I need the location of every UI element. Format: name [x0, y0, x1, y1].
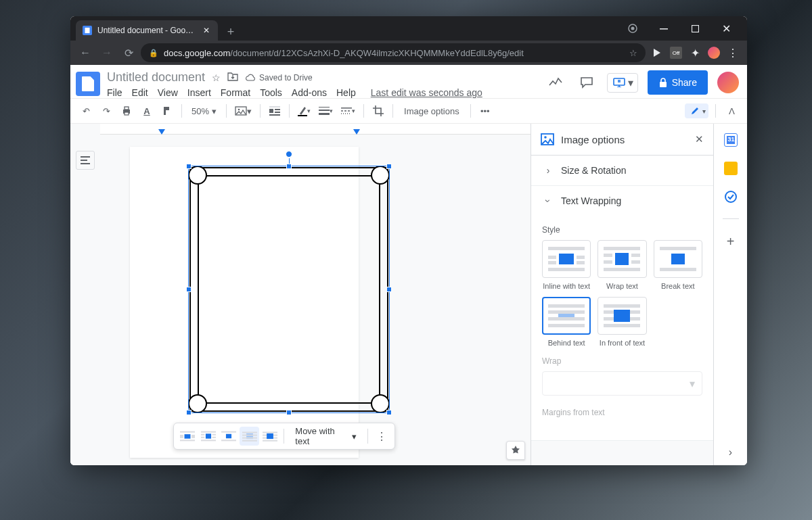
image-options-button[interactable]: Image options [399, 102, 465, 120]
resize-handle[interactable] [286, 164, 292, 169]
document-title[interactable]: Untitled document [107, 70, 205, 85]
menu-help[interactable]: Help [336, 87, 356, 98]
extension-icons: Off ✦ ⋮ [648, 47, 742, 59]
style-break-text[interactable]: Break text [654, 240, 702, 290]
star-icon[interactable]: ☆ [212, 72, 221, 83]
style-in-front-of-text[interactable]: In front of text [597, 297, 646, 347]
svg-rect-36 [212, 434, 215, 435]
resize-handle[interactable] [186, 287, 191, 292]
resize-handle[interactable] [386, 410, 392, 415]
google-docs-app: Untitled document ☆ Saved to Drive File … [70, 65, 747, 465]
get-addons-button[interactable]: + [727, 234, 735, 250]
tasks-addon-icon[interactable] [724, 190, 738, 204]
horizontal-ruler[interactable] [100, 124, 531, 135]
paint-format-button[interactable] [158, 102, 176, 120]
extensions-puzzle-icon[interactable]: ✦ [689, 47, 701, 59]
border-weight-button[interactable]: ▾ [316, 102, 336, 120]
more-toolbar-button[interactable]: ••• [476, 102, 494, 120]
svg-rect-50 [267, 433, 273, 439]
zoom-dropdown[interactable]: 50%▾ [187, 106, 221, 116]
crop-button[interactable] [369, 102, 387, 120]
browser-tab[interactable]: Untitled document - Google Docs ✕ [76, 20, 218, 41]
section-header[interactable]: › Text Wrapping [531, 186, 713, 216]
collapse-rail-button[interactable]: › [729, 446, 732, 458]
resize-handle[interactable] [186, 410, 191, 415]
wrap-options-button[interactable] [266, 102, 284, 120]
resize-handle[interactable] [186, 164, 191, 169]
selected-image[interactable] [189, 167, 388, 412]
document-canvas[interactable]: Move with text ▾ ⋮ [100, 124, 531, 465]
svg-rect-72 [548, 310, 585, 314]
nav-reload-button[interactable]: ⟳ [119, 43, 138, 62]
minimize-button[interactable] [648, 16, 679, 41]
close-sidebar-button[interactable]: ✕ [695, 133, 704, 145]
svg-rect-70 [548, 304, 585, 308]
wrap-inline-option[interactable] [178, 427, 197, 446]
resize-handle[interactable] [386, 287, 392, 292]
menu-format[interactable]: Format [221, 87, 250, 98]
tab-close-icon[interactable]: ✕ [202, 26, 211, 35]
extension-icon[interactable]: Off [670, 47, 682, 59]
size-rotation-section[interactable]: › Size & Rotation [531, 156, 713, 186]
svg-rect-22 [341, 108, 352, 109]
keep-addon-icon[interactable] [724, 162, 738, 175]
style-inline-with-text[interactable]: Inline with text [542, 240, 591, 290]
in-front-of-text-option[interactable] [261, 427, 279, 446]
omnibox[interactable]: 🔒 docs.google.com/document/d/12XCsAzhXi-… [141, 43, 646, 62]
undo-button[interactable]: ↶ [77, 102, 95, 120]
svg-rect-19 [319, 107, 330, 108]
present-button[interactable]: ▾ [607, 73, 638, 93]
collapse-toolbar-button[interactable]: ᐱ [723, 102, 740, 120]
style-behind-text[interactable]: Behind text [542, 297, 591, 347]
close-window-button[interactable]: ✕ [710, 16, 742, 41]
redo-button[interactable]: ↷ [97, 102, 115, 120]
svg-rect-44 [242, 438, 257, 439]
spellcheck-button[interactable]: A [138, 102, 156, 120]
menu-file[interactable]: File [107, 87, 122, 98]
border-dash-button[interactable]: ▾ [338, 102, 358, 120]
style-wrap-text[interactable]: Wrap text [597, 240, 646, 290]
move-with-text-dropdown[interactable]: Move with text ▾ [288, 426, 363, 446]
behind-text-option[interactable] [240, 427, 258, 446]
nav-back-button[interactable]: ← [76, 43, 95, 62]
resize-handle[interactable] [386, 164, 392, 169]
chrome-menu-icon[interactable]: ⋮ [727, 47, 739, 59]
editing-mode-button[interactable]: ▾ [685, 103, 708, 118]
border-color-button[interactable]: ▾ [295, 102, 313, 120]
resize-handle[interactable] [286, 410, 292, 415]
rotation-handle[interactable] [286, 151, 292, 158]
maximize-button[interactable] [679, 16, 710, 41]
more-options-button[interactable]: ⋮ [372, 430, 390, 443]
move-icon[interactable] [227, 72, 238, 83]
menu-view[interactable]: View [158, 87, 178, 98]
comments-icon[interactable] [576, 72, 597, 93]
nav-forward-button[interactable]: → [97, 43, 116, 62]
bookmark-star-icon[interactable]: ☆ [629, 48, 637, 58]
profile-avatar[interactable] [708, 47, 720, 59]
print-button[interactable] [118, 102, 135, 120]
svg-rect-56 [548, 261, 556, 264]
svg-point-3 [631, 27, 635, 30]
menu-addons[interactable]: Add-ons [292, 87, 327, 98]
extension-icon[interactable] [651, 47, 663, 59]
account-indicator-icon[interactable] [617, 16, 648, 41]
account-avatar[interactable] [717, 72, 739, 93]
replace-image-button[interactable]: ▾ [232, 102, 254, 120]
explore-button[interactable] [506, 441, 525, 460]
svg-rect-74 [548, 324, 585, 327]
calendar-addon-icon[interactable]: 31 [724, 133, 738, 147]
document-outline-button[interactable] [76, 151, 95, 170]
wrap-dropdown[interactable]: ▾ [542, 371, 702, 396]
lock-icon [658, 77, 668, 88]
menu-edit[interactable]: Edit [132, 87, 148, 98]
last-edit-link[interactable]: Last edit was seconds ago [371, 87, 482, 98]
menu-insert[interactable]: Insert [187, 87, 211, 98]
menu-tools[interactable]: Tools [260, 87, 282, 98]
break-text-option[interactable] [219, 427, 238, 446]
docs-logo-icon[interactable] [76, 72, 100, 96]
wrap-text-option[interactable] [198, 427, 217, 446]
activity-icon[interactable] [545, 72, 566, 93]
save-status[interactable]: Saved to Drive [245, 73, 313, 82]
new-tab-button[interactable]: + [222, 23, 240, 41]
share-button[interactable]: Share [648, 70, 708, 95]
